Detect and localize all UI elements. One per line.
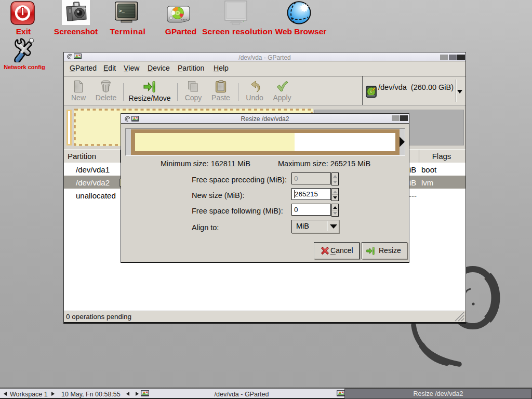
- svg-text:>_: >_: [119, 9, 125, 14]
